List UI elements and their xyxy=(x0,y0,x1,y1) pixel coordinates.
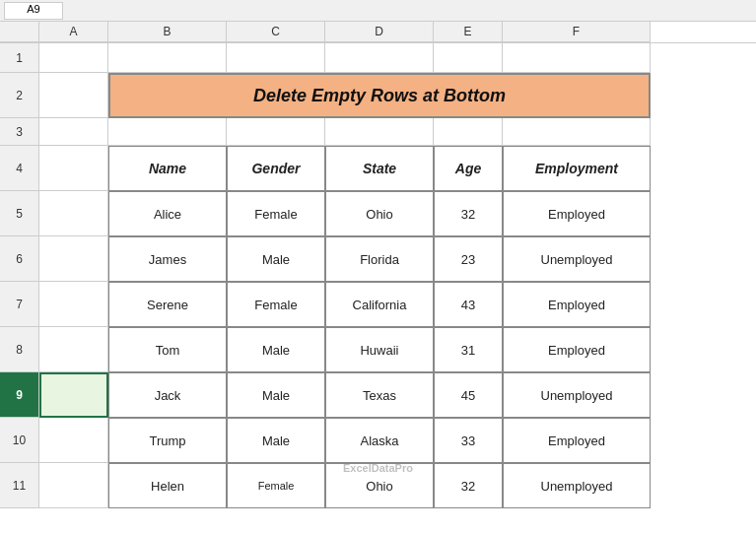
cell-employment-3[interactable]: Employed xyxy=(503,327,651,372)
cell-age-4[interactable]: 45 xyxy=(434,372,503,418)
cell-a5[interactable] xyxy=(39,191,108,236)
cell-state-2[interactable]: California xyxy=(325,282,434,327)
name-box[interactable]: A9 xyxy=(4,2,63,20)
cell-employment-4[interactable]: Unemployed xyxy=(503,372,651,418)
row-number-5[interactable]: 5 xyxy=(0,191,39,236)
cell-employment-1[interactable]: Unemployed xyxy=(503,236,651,282)
cell-name-0[interactable]: Alice xyxy=(108,191,227,236)
cell-f1[interactable] xyxy=(503,43,651,73)
cell-f3[interactable] xyxy=(503,118,651,146)
row-number-1[interactable]: 1 xyxy=(0,43,39,73)
cell-name-1[interactable]: James xyxy=(108,236,227,282)
cell-e1[interactable] xyxy=(434,43,503,73)
col-header-b[interactable]: B xyxy=(108,22,227,42)
cell-gender-2[interactable]: Female xyxy=(227,282,325,327)
cell-age-3[interactable]: 31 xyxy=(434,327,503,372)
cell-age-1[interactable]: 23 xyxy=(434,236,503,282)
row-number-3[interactable]: 3 xyxy=(0,118,39,146)
cell-age-0[interactable]: 32 xyxy=(434,191,503,236)
cell-state-3[interactable]: Huwaii xyxy=(325,327,434,372)
header-state[interactable]: State xyxy=(325,146,434,191)
table-row: 11 Helen Female Ohio 32 Unemployed xyxy=(0,463,756,508)
grid-body: 1 2 Delete Empty Rows at Bottom 3 4 xyxy=(0,43,756,533)
table-row: 9 Jack Male Texas 45 Unemployed xyxy=(0,372,756,418)
cell-a3[interactable] xyxy=(39,118,108,146)
table-row: 1 xyxy=(0,43,756,73)
table-row: 10 Trump Male Alaska 33 Employed xyxy=(0,418,756,463)
cell-a1[interactable] xyxy=(39,43,108,73)
cell-a9[interactable] xyxy=(39,372,108,418)
row-number-7[interactable]: 7 xyxy=(0,282,39,327)
table-row: 8 Tom Male Huwaii 31 Employed xyxy=(0,327,756,372)
header-name[interactable]: Name xyxy=(108,146,227,191)
row-number-11[interactable]: 11 xyxy=(0,463,39,508)
cell-c1[interactable] xyxy=(227,43,325,73)
cell-employment-6[interactable]: Unemployed xyxy=(503,463,651,508)
title-row: 2 Delete Empty Rows at Bottom xyxy=(0,73,756,118)
table-row: 5 Alice Female Ohio 32 Employed xyxy=(0,191,756,236)
cell-employment-5[interactable]: Employed xyxy=(503,418,651,463)
col-header-e[interactable]: E xyxy=(434,22,503,42)
col-header-a[interactable]: A xyxy=(39,22,108,42)
cell-a2[interactable] xyxy=(39,73,108,118)
cell-e3[interactable] xyxy=(434,118,503,146)
cell-state-4[interactable]: Texas xyxy=(325,372,434,418)
table-header-row: 4 Name Gender State Age Employment xyxy=(0,146,756,191)
cell-name-5[interactable]: Trump xyxy=(108,418,227,463)
cell-d1[interactable] xyxy=(325,43,434,73)
header-age[interactable]: Age xyxy=(434,146,503,191)
cell-a7[interactable] xyxy=(39,282,108,327)
cell-age-5[interactable]: 33 xyxy=(434,418,503,463)
cell-age-2[interactable]: 43 xyxy=(434,282,503,327)
cell-gender-0[interactable]: Female xyxy=(227,191,325,236)
col-header-c[interactable]: C xyxy=(227,22,325,42)
column-headers: A B C D E F xyxy=(0,22,756,43)
header-gender[interactable]: Gender xyxy=(227,146,325,191)
cell-a11[interactable] xyxy=(39,463,108,508)
cell-b1[interactable] xyxy=(108,43,227,73)
cell-d3[interactable] xyxy=(325,118,434,146)
cell-a10[interactable] xyxy=(39,418,108,463)
cell-name-2[interactable]: Serene xyxy=(108,282,227,327)
row-number-6[interactable]: 6 xyxy=(0,236,39,282)
col-header-f[interactable]: F xyxy=(503,22,651,42)
cell-a6[interactable] xyxy=(39,236,108,282)
cell-state-6[interactable]: Ohio xyxy=(325,463,434,508)
row-number-4[interactable]: 4 xyxy=(0,146,39,191)
cell-employment-2[interactable]: Employed xyxy=(503,282,651,327)
row-number-9[interactable]: 9 xyxy=(0,372,39,418)
cell-b3[interactable] xyxy=(108,118,227,146)
cell-c3[interactable] xyxy=(227,118,325,146)
cell-name-6[interactable]: Helen xyxy=(108,463,227,508)
cell-gender-4[interactable]: Male xyxy=(227,372,325,418)
cell-a8[interactable] xyxy=(39,327,108,372)
cell-gender-1[interactable]: Male xyxy=(227,236,325,282)
row-number-10[interactable]: 10 xyxy=(0,418,39,463)
cell-a4[interactable] xyxy=(39,146,108,191)
table-row: 7 Serene Female California 43 Employed xyxy=(0,282,756,327)
row-number-2[interactable]: 2 xyxy=(0,73,39,118)
header-employment[interactable]: Employment xyxy=(503,146,651,191)
cell-state-1[interactable]: Florida xyxy=(325,236,434,282)
cell-age-6[interactable]: 32 xyxy=(434,463,503,508)
table-row: 6 James Male Florida 23 Unemployed xyxy=(0,236,756,282)
cell-state-0[interactable]: Ohio xyxy=(325,191,434,236)
corner-cell xyxy=(0,22,39,42)
cell-name-3[interactable]: Tom xyxy=(108,327,227,372)
title-cell[interactable]: Delete Empty Rows at Bottom xyxy=(108,73,651,118)
cell-gender-5[interactable]: Male xyxy=(227,418,325,463)
cell-name-4[interactable]: Jack xyxy=(108,372,227,418)
formula-bar: A9 xyxy=(0,0,756,22)
cell-gender-6[interactable]: Female xyxy=(227,463,325,508)
table-row: 3 xyxy=(0,118,756,146)
cell-gender-3[interactable]: Male xyxy=(227,327,325,372)
row-number-8[interactable]: 8 xyxy=(0,327,39,372)
col-header-d[interactable]: D xyxy=(325,22,434,42)
cell-state-5[interactable]: Alaska xyxy=(325,418,434,463)
cell-employment-0[interactable]: Employed xyxy=(503,191,651,236)
spreadsheet: A9 A B C D E F 1 2 Delete Empty Rows at … xyxy=(0,0,756,533)
